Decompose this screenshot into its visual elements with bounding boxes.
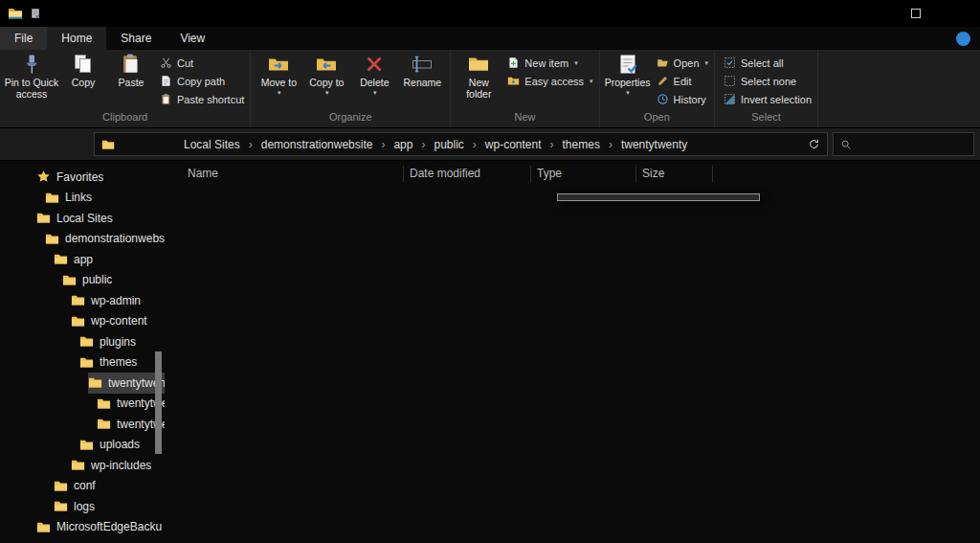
recent-locations-dropdown-icon[interactable] bbox=[52, 133, 66, 156]
address-folder-icon bbox=[101, 138, 115, 151]
back-button[interactable] bbox=[6, 133, 29, 156]
breadcrumb-item-twentytwenty[interactable]: twentytwenty bbox=[621, 138, 687, 151]
ribbon-button-history[interactable]: History bbox=[657, 90, 708, 108]
main-content: FavoritesLinksLocal Sitesdemonstrationwe… bbox=[0, 161, 980, 543]
ribbon-button-select-none[interactable]: Select none bbox=[724, 72, 812, 90]
ribbon-button-new-item[interactable]: New item▾ bbox=[507, 54, 592, 72]
ribbon-groups: Pin to Quick accessCopyPasteCutCopy path… bbox=[0, 50, 980, 127]
ribbon-button-copy-path[interactable]: Copy path bbox=[160, 72, 244, 90]
sidebar-item-wp-content[interactable]: wp-content bbox=[0, 311, 165, 332]
folder-icon bbox=[54, 252, 68, 266]
column-header-name[interactable]: Name bbox=[165, 166, 404, 182]
dropdown-icon: ▾ bbox=[705, 59, 709, 67]
ribbon-button-paste-shortcut[interactable]: Paste shortcut bbox=[160, 90, 244, 108]
ribbon-group-organize: Move to▾Copy to▾Delete▾RenameOrganize bbox=[251, 50, 451, 127]
paste-small-icon bbox=[160, 93, 172, 105]
sidebar-item-links[interactable]: Links bbox=[0, 188, 165, 209]
ribbon-tab-bar: FileHomeShareView bbox=[0, 27, 980, 50]
sidebar-tree: FavoritesLinksLocal Sitesdemonstrationwe… bbox=[0, 167, 165, 537]
ribbon: Pin to Quick accessCopyPasteCutCopy path… bbox=[0, 50, 980, 128]
sidebar-scrollbar[interactable] bbox=[153, 165, 164, 543]
up-button[interactable] bbox=[66, 133, 89, 156]
delete-icon bbox=[363, 53, 386, 76]
sidebar-item-public[interactable]: public bbox=[0, 270, 165, 291]
ribbon-button-cut[interactable]: Cut bbox=[160, 54, 244, 72]
ribbon-button-copy[interactable]: Copy bbox=[59, 51, 107, 111]
folder-icon bbox=[88, 375, 102, 390]
refresh-icon[interactable] bbox=[808, 138, 820, 150]
ribbon-group-new: New folderNew item▾Easy access▾New bbox=[451, 50, 599, 127]
ribbon-button-move-to[interactable]: Move to▾ bbox=[255, 51, 302, 111]
history-icon bbox=[657, 93, 669, 105]
sidebar-item-label: Favorites bbox=[56, 170, 103, 184]
maximize-button[interactable] bbox=[894, 0, 937, 27]
sidebar-item-label: public bbox=[82, 273, 112, 286]
ribbon-button-invert-selection[interactable]: Invert selection bbox=[724, 90, 812, 108]
context-menu bbox=[557, 193, 760, 201]
sidebar-item-twentytwen[interactable]: twentytwen bbox=[0, 394, 165, 415]
ribbon-button-rename[interactable]: Rename bbox=[398, 51, 446, 111]
sidebar-item-label: demonstrationwebs bbox=[65, 232, 165, 245]
ribbon-tabs: FileHomeShareView bbox=[0, 27, 219, 50]
folder-icon bbox=[45, 232, 59, 246]
tab-share[interactable]: Share bbox=[106, 27, 166, 50]
search-box[interactable] bbox=[833, 132, 974, 156]
ribbon-button-delete[interactable]: Delete▾ bbox=[350, 51, 398, 111]
sidebar-item-label: logs bbox=[74, 500, 95, 513]
sidebar-item-label: Local Sites bbox=[56, 212, 113, 225]
minimize-button[interactable] bbox=[851, 0, 894, 27]
ribbon-button-new-folder[interactable]: New folder bbox=[455, 51, 502, 111]
ribbon-button-edit[interactable]: Edit bbox=[657, 72, 708, 90]
sidebar-item-local-sites[interactable]: Local Sites bbox=[0, 208, 165, 229]
sidebar-item-demonstrationwebs[interactable]: demonstrationwebs bbox=[0, 229, 165, 250]
tab-view[interactable]: View bbox=[166, 27, 219, 50]
ribbon-group-label: Clipboard bbox=[4, 111, 246, 127]
ribbon-button-select-all[interactable]: Select all bbox=[724, 54, 812, 72]
sidebar-item-app[interactable]: app bbox=[0, 249, 165, 270]
close-button[interactable] bbox=[937, 0, 980, 27]
column-header-type[interactable]: Type bbox=[531, 166, 636, 182]
sidebar-item-plugins[interactable]: plugins bbox=[0, 331, 165, 352]
sidebar-item-twentytwen[interactable]: twentytwen bbox=[0, 414, 165, 435]
ribbon-button-properties[interactable]: Properties▾ bbox=[604, 51, 652, 111]
breadcrumb-item-local-sites[interactable]: Local Sites bbox=[184, 138, 240, 151]
sidebar-item-wp-admin[interactable]: wp-admin bbox=[0, 290, 165, 311]
breadcrumb-item-demonstrationwebsite[interactable]: demonstrationwebsite bbox=[261, 138, 373, 151]
tab-home[interactable]: Home bbox=[47, 27, 106, 50]
address-box[interactable]: Local Sites›demonstrationwebsite›app›pub… bbox=[94, 132, 828, 156]
ribbon-group-label: Select bbox=[719, 111, 813, 127]
sidebar-item-twentytwen[interactable]: twentytwen bbox=[0, 373, 165, 394]
sidebar-item-themes[interactable]: themes bbox=[0, 352, 165, 373]
sidebar-item-favorites[interactable]: Favorites bbox=[0, 167, 165, 188]
sidebar-item-uploads[interactable]: uploads bbox=[0, 435, 165, 456]
help-icon[interactable] bbox=[956, 32, 970, 46]
breadcrumb-item-themes[interactable]: themes bbox=[563, 138, 600, 151]
folder-icon bbox=[36, 520, 51, 534]
easy-access-icon bbox=[507, 75, 520, 87]
cut-icon bbox=[160, 57, 172, 69]
breadcrumb-item-public[interactable]: public bbox=[434, 138, 463, 151]
breadcrumb-item-wp-content[interactable]: wp-content bbox=[485, 138, 542, 151]
column-headers: NameDate modifiedTypeSize bbox=[165, 161, 980, 186]
quick-access-toolbar-icon[interactable] bbox=[30, 8, 41, 19]
rename-icon bbox=[411, 53, 434, 76]
breadcrumb-item-app[interactable]: app bbox=[393, 138, 412, 151]
sidebar-item-conf[interactable]: conf bbox=[0, 476, 165, 497]
sidebar-item-wp-includes[interactable]: wp-includes bbox=[0, 455, 165, 476]
new-folder-icon bbox=[467, 53, 490, 76]
sidebar-item-microsoftedgebacku[interactable]: MicrosoftEdgeBacku bbox=[0, 517, 165, 538]
scrollbar-thumb[interactable] bbox=[155, 351, 162, 454]
sidebar-item-logs[interactable]: logs bbox=[0, 496, 165, 517]
forward-button[interactable] bbox=[29, 133, 52, 156]
ribbon-button-copy-to[interactable]: Copy to▾ bbox=[302, 51, 350, 111]
column-header-size[interactable]: Size bbox=[636, 166, 713, 182]
ribbon-button-paste[interactable]: Paste bbox=[107, 51, 155, 111]
ribbon-button-easy-access[interactable]: Easy access▾ bbox=[507, 72, 592, 90]
folder-icon bbox=[54, 499, 68, 513]
ribbon-button-open[interactable]: Open▾ bbox=[657, 54, 708, 72]
maximize-icon bbox=[911, 9, 921, 18]
column-header-date-modified[interactable]: Date modified bbox=[404, 166, 531, 182]
titlebar bbox=[0, 0, 980, 27]
ribbon-button-pin-to-quick-access[interactable]: Pin to Quick access bbox=[4, 51, 59, 111]
tab-file[interactable]: File bbox=[0, 27, 47, 50]
